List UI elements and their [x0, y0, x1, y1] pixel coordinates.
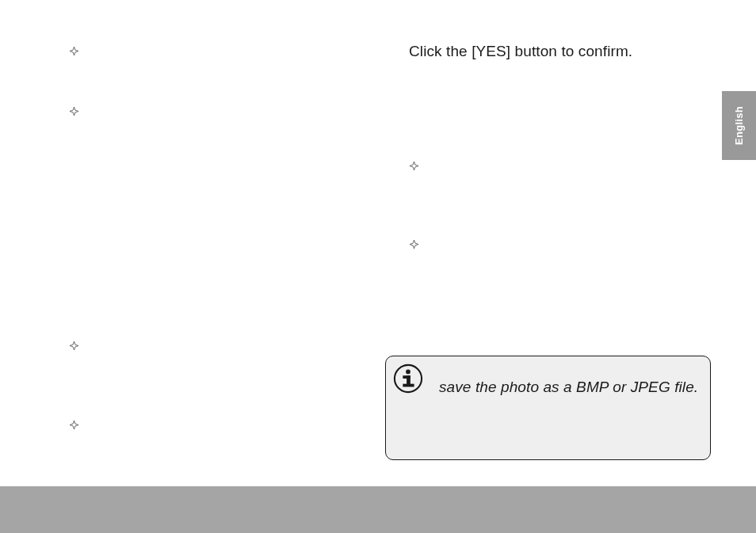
- info-note-text: save the photo as a BMP or JPEG file.: [439, 379, 698, 396]
- bullet-marker: [410, 162, 418, 170]
- bullet-marker: [70, 47, 78, 55]
- bullet-marker: [70, 341, 78, 350]
- info-note-box: save the photo as a BMP or JPEG file.: [385, 356, 711, 460]
- bullet-marker: [410, 240, 418, 249]
- page-footer: [0, 486, 756, 533]
- bullet-marker: [70, 107, 78, 116]
- svg-rect-4: [403, 384, 414, 387]
- bullet-marker: [70, 421, 78, 429]
- page-content: Click the [YES] button to confirm. save …: [0, 0, 756, 486]
- instruction-text: Click the [YES] button to confirm.: [409, 43, 632, 60]
- language-tab-label: English: [733, 106, 745, 145]
- svg-point-1: [406, 370, 410, 375]
- language-tab[interactable]: English: [722, 91, 756, 160]
- info-icon: [393, 364, 423, 394]
